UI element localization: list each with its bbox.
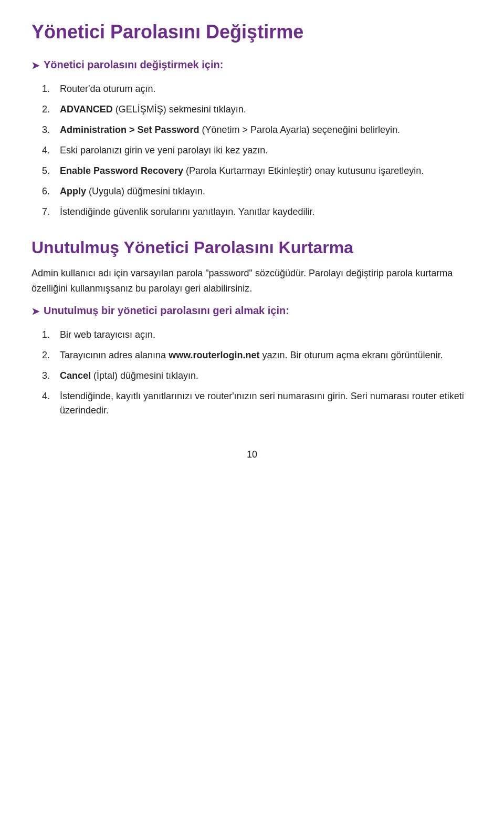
list-item: 2. ADVANCED (GELİŞMİŞ) sekmesini tıklayı… [42,102,472,117]
list-item: 3. Administration > Set Password (Yöneti… [42,123,472,137]
section2-subtitle-text: Unutulmuş bir yönetici parolasını geri a… [44,305,289,317]
step-text: Enable Password Recovery (Parola Kurtarm… [60,164,424,178]
step-number: 7. [42,205,57,219]
section2-arrow-icon: ➤ [32,306,39,317]
step-number: 5. [42,164,57,178]
step-text: Cancel (İptal) düğmesini tıklayın. [60,369,198,383]
step-bold: www.routerlogin.net [169,350,259,360]
step-bold: Administration > Set Password [60,124,200,135]
section1-subtitle-text: Yönetici parolasını değiştirmek için: [44,59,223,71]
step-bold: Enable Password Recovery [60,165,183,176]
step-suffix: yazın. Bir oturum açma ekranı görüntülen… [259,350,443,360]
step-text: Eski parolanızı girin ve yeni parolayı i… [60,143,268,158]
list-item: 3. Cancel (İptal) düğmesini tıklayın. [42,369,472,383]
section1-subtitle: ➤ Yönetici parolasını değiştirmek için: [32,59,472,71]
step-number: 3. [42,369,57,383]
section2-steps-list: 1. Bir web tarayıcısı açın. 2. Tarayıcın… [42,328,472,418]
step-text: Router'da oturum açın. [60,82,156,96]
list-item: 1. Bir web tarayıcısı açın. [42,328,472,342]
step-text: İstendiğinde güvenlik sorularını yanıtla… [60,205,315,219]
list-item: 4. İstendiğinde, kayıtlı yanıtlarınızı v… [42,389,472,418]
list-item: 2. Tarayıcının adres alanına www.routerl… [42,348,472,362]
step-text: Apply (Uygula) düğmesini tıklayın. [60,184,205,199]
step-text: ADVANCED (GELİŞMİŞ) sekmesini tıklayın. [60,102,246,117]
step-plain: (İptal) düğmesini tıklayın. [91,370,198,381]
page-number: 10 [32,449,472,460]
section2-subtitle: ➤ Unutulmuş bir yönetici parolasını geri… [32,305,472,317]
step-prefix: Tarayıcının adres alanına [60,350,169,360]
step-number: 4. [42,389,57,403]
step-number: 2. [42,348,57,362]
step-number: 1. [42,328,57,342]
step-text: İstendiğinde, kayıtlı yanıtlarınızı ve r… [60,389,472,418]
list-item: 4. Eski parolanızı girin ve yeni parolay… [42,143,472,158]
section1-arrow-icon: ➤ [32,60,39,71]
step-text: Administration > Set Password (Yönetim >… [60,123,400,137]
section2-description: Admin kullanıcı adı için varsayılan paro… [32,266,472,296]
list-item: 5. Enable Password Recovery (Parola Kurt… [42,164,472,178]
step-number: 6. [42,184,57,199]
list-item: 7. İstendiğinde güvenlik sorularını yanı… [42,205,472,219]
step-bold: Cancel [60,370,91,381]
step-bold: Apply [60,186,86,196]
list-item: 6. Apply (Uygula) düğmesini tıklayın. [42,184,472,199]
step-number: 2. [42,102,57,117]
step-bold: ADVANCED [60,104,113,115]
step-text: Bir web tarayıcısı açın. [60,328,155,342]
page-main-title: Yönetici Parolasını Değiştirme [32,21,472,43]
step-plain: (Uygula) düğmesini tıklayın. [86,186,205,196]
step-number: 3. [42,123,57,137]
step-plain: (Yönetim > Parola Ayarla) seçeneğini bel… [200,124,400,135]
list-item: 1. Router'da oturum açın. [42,82,472,96]
section2-title: Unutulmuş Yönetici Parolasını Kurtarma [32,238,472,257]
step-number: 1. [42,82,57,96]
step-plain: (Parola Kurtarmayı Etkinleştir) onay kut… [183,165,424,176]
step-text: Tarayıcının adres alanına www.routerlogi… [60,348,443,362]
step-plain: (GELİŞMİŞ) sekmesini tıklayın. [113,104,246,115]
section1-steps-list: 1. Router'da oturum açın. 2. ADVANCED (G… [42,82,472,219]
step-number: 4. [42,143,57,158]
